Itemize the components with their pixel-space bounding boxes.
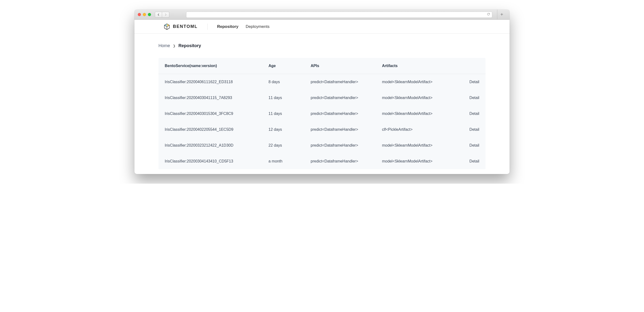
detail-link[interactable]: Detail — [453, 96, 479, 100]
forward-button[interactable] — [162, 12, 169, 17]
table-row: IrisClassifier:20200406111622_ED31188 da… — [158, 74, 486, 90]
col-service: BentoService(name:version) — [165, 64, 268, 68]
detail-link[interactable]: Detail — [453, 111, 479, 116]
app-topnav: BENTOML Repository Deployments — [134, 20, 510, 34]
nav-divider — [207, 23, 208, 30]
cell-age: 22 days — [268, 143, 311, 148]
cell-service: IrisClassifier:20200402205544_1EC5D9 — [165, 127, 268, 132]
cell-apis: predict<DataframeHandler> — [311, 143, 382, 148]
breadcrumb-current: Repository — [178, 43, 201, 48]
minimize-window-button[interactable] — [143, 13, 146, 16]
cell-age: a month — [268, 159, 311, 163]
reload-icon[interactable] — [487, 12, 490, 17]
cell-service: IrisClassifier:20200403015304_3FC8C9 — [165, 111, 268, 116]
browser-window: + BENTOML Repository Deployments — [134, 9, 510, 174]
detail-link[interactable]: Detail — [453, 80, 479, 84]
cell-artifacts: model<SklearnModelArtifact> — [382, 111, 453, 116]
new-tab-button[interactable]: + — [497, 9, 506, 20]
brand-name: BENTOML — [173, 24, 198, 29]
url-bar[interactable] — [186, 11, 492, 18]
cell-age: 11 days — [268, 111, 311, 116]
table-row: IrisClassifier:20200323212422_A1D30D22 d… — [158, 137, 486, 153]
cell-service: IrisClassifier:20200406111622_ED3118 — [165, 80, 268, 84]
logo[interactable]: BENTOML — [163, 23, 198, 30]
col-apis: APIs — [311, 64, 382, 68]
table-body: IrisClassifier:20200406111622_ED31188 da… — [158, 74, 486, 169]
cell-apis: predict<DataframeHandler> — [311, 96, 382, 100]
col-age: Age — [268, 64, 311, 68]
cell-age: 8 days — [268, 80, 311, 84]
maximize-window-button[interactable] — [148, 13, 151, 16]
cell-artifacts: model<SklearnModelArtifact> — [382, 80, 453, 84]
repository-table: BentoService(name:version) Age APIs Arti… — [158, 58, 486, 169]
cell-service: IrisClassifier:20200323212422_A1D30D — [165, 143, 268, 148]
cell-artifacts: model<SklearnModelArtifact> — [382, 159, 453, 163]
traffic-lights — [138, 13, 151, 16]
cell-artifacts: model<SklearnModelArtifact> — [382, 96, 453, 100]
cell-age: 12 days — [268, 127, 311, 132]
table-row: IrisClassifier:20200402205544_1EC5D912 d… — [158, 122, 486, 137]
tab-repository[interactable]: Repository — [217, 24, 238, 29]
breadcrumb: Home ❯ Repository — [158, 43, 486, 48]
table-row: IrisClassifier:20200304143410_CD5F13a mo… — [158, 153, 486, 169]
detail-link[interactable]: Detail — [453, 159, 479, 163]
nav-tabs: Repository Deployments — [217, 24, 270, 29]
cell-service: IrisClassifier:20200304143410_CD5F13 — [165, 159, 268, 163]
table-row: IrisClassifier:20200403041115_7A829311 d… — [158, 90, 486, 106]
cell-apis: predict<DataframeHandler> — [311, 80, 382, 84]
nav-button-group — [155, 12, 169, 17]
cell-apis: predict<DataframeHandler> — [311, 127, 382, 132]
chevron-right-icon: ❯ — [173, 44, 176, 48]
cell-age: 11 days — [268, 96, 311, 100]
cell-apis: predict<DataframeHandler> — [311, 159, 382, 163]
breadcrumb-home[interactable]: Home — [158, 43, 170, 48]
table-header: BentoService(name:version) Age APIs Arti… — [158, 58, 486, 74]
detail-link[interactable]: Detail — [453, 143, 479, 148]
page-content: Home ❯ Repository BentoService(name:vers… — [134, 34, 510, 174]
tab-deployments[interactable]: Deployments — [246, 24, 269, 29]
cell-service: IrisClassifier:20200403041115_7A8293 — [165, 96, 268, 100]
detail-link[interactable]: Detail — [453, 127, 479, 132]
cell-artifacts: model<SklearnModelArtifact> — [382, 143, 453, 148]
bentoml-logo-icon — [163, 23, 170, 30]
col-artifacts: Artifacts — [382, 64, 453, 68]
cell-apis: predict<DataframeHandler> — [311, 111, 382, 116]
back-button[interactable] — [155, 12, 162, 17]
cell-artifacts: clf<PickleArtifact> — [382, 127, 453, 132]
col-action — [453, 64, 479, 68]
close-window-button[interactable] — [138, 13, 141, 16]
table-row: IrisClassifier:20200403015304_3FC8C911 d… — [158, 106, 486, 122]
titlebar: + — [134, 9, 510, 20]
